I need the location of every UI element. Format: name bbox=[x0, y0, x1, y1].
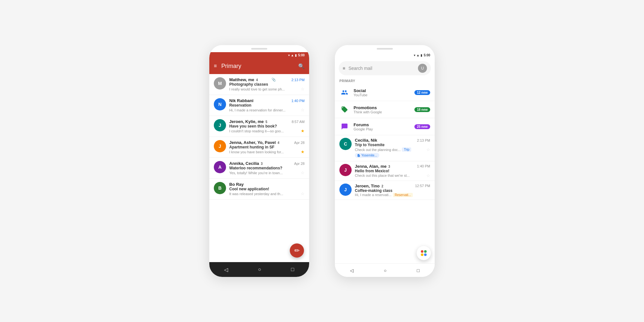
time-jenna-left: Apr 28 bbox=[294, 141, 305, 145]
promotions-info: Promotions Think with Google bbox=[354, 105, 411, 114]
preview-cecilia: Check out the planning doc... bbox=[355, 148, 401, 152]
attachment-icon-matthew: 📎 bbox=[271, 78, 276, 82]
preview-jeroen-left: I couldn't stop reading it—so goo... bbox=[229, 129, 284, 133]
preview-nik: Hi, I made a reservation for dinner... bbox=[229, 108, 286, 112]
back-button-left[interactable]: ◁ bbox=[224, 267, 228, 273]
section-label-primary: PRIMARY bbox=[335, 77, 435, 84]
signal-icon: ▲ bbox=[291, 53, 294, 57]
email-content-jenna-right: Jenna, Alan, me 3 1:40 PM Hello from Mex… bbox=[355, 164, 430, 178]
tag-trip: Trip bbox=[402, 147, 411, 152]
email-item-bo[interactable]: B Bo Ray Cool new application! It was re… bbox=[209, 179, 309, 200]
sender-jeroen-right: Jeroen, Tino 2 bbox=[355, 184, 383, 188]
subject-nik: Reservation bbox=[229, 103, 305, 108]
email-item-jenna-left[interactable]: J Jenna, Asher, Yo, Pavel 4 Apr 28 Apart… bbox=[209, 137, 309, 158]
sender-annika: Annika, Cecilia 3 bbox=[229, 161, 263, 166]
email-item-annika[interactable]: A Annika, Cecilia 3 Apr 28 Waterloo reco… bbox=[209, 158, 309, 179]
status-bar-left: ▾ ▲ ▮ 5:00 bbox=[209, 52, 309, 58]
compose-fab-left[interactable]: ✏ bbox=[290, 243, 304, 258]
email-content-jeroen-right: Jeroen, Tino 2 12:57 PM Coffee-making cl… bbox=[355, 184, 430, 197]
email-content-jenna-left: Jenna, Asher, Yo, Pavel 4 Apr 28 Apartme… bbox=[229, 140, 305, 154]
email-item-jeroen-right[interactable]: J Jeroen, Tino 2 12:57 PM Coffee-making … bbox=[335, 181, 435, 200]
star-jeroen-left[interactable]: ★ bbox=[301, 128, 305, 133]
avatar-cecilia: C bbox=[339, 138, 352, 150]
status-time-right: 5:00 bbox=[424, 53, 430, 57]
wifi-icon: ▾ bbox=[288, 53, 290, 57]
home-button-left[interactable]: ○ bbox=[258, 267, 261, 272]
avatar-nik: N bbox=[214, 98, 226, 110]
star-matthew[interactable]: ☆ bbox=[301, 87, 305, 91]
search-avatar[interactable]: U bbox=[418, 64, 427, 73]
recents-button-left[interactable]: □ bbox=[291, 267, 294, 272]
preview-annika: Yes, totally! While you're in town... bbox=[229, 171, 283, 175]
time-nik: 1:40 PM bbox=[291, 99, 305, 103]
sender-nik: Nik Rabbani bbox=[229, 98, 253, 103]
forums-icon bbox=[341, 123, 348, 130]
preview-matthew: I really would love to get some ph... bbox=[229, 87, 285, 91]
menu-icon-left[interactable]: ≡ bbox=[214, 63, 217, 69]
doc-chip-yosemite[interactable]: Yosemite... bbox=[355, 153, 379, 158]
search-menu-icon[interactable]: ≡ bbox=[343, 66, 345, 71]
social-icon bbox=[341, 89, 348, 96]
back-button-right[interactable]: ◁ bbox=[350, 268, 354, 273]
star-annika[interactable]: ☆ bbox=[301, 170, 305, 175]
speaker-left bbox=[251, 48, 267, 50]
bottom-nav-right: ◁ ○ □ bbox=[335, 263, 435, 277]
compose-fab-right[interactable] bbox=[417, 246, 431, 260]
category-forums[interactable]: Forums Google Play 25 new bbox=[335, 118, 435, 135]
search-placeholder[interactable]: Search mail bbox=[348, 66, 415, 71]
preview-jeroen-right: Hi, I made a reservati... bbox=[355, 193, 392, 197]
email-item-cecilia[interactable]: C Cecilia, Nik 2:13 PM Trip to Yosemite … bbox=[335, 135, 435, 161]
email-item-jeroen-left[interactable]: J Jeroen, Kylie, me 5 8:57 AM Have you s… bbox=[209, 116, 309, 137]
time-cecilia: 2:13 PM bbox=[417, 138, 430, 142]
time-jeroen-left: 8:57 AM bbox=[292, 120, 305, 124]
time-matthew: 2:13 PM bbox=[291, 78, 305, 82]
email-list-left: M Matthew, me 4 📎 2:13 PM Photography cl… bbox=[209, 74, 309, 200]
time-jeroen-right: 12:57 PM bbox=[415, 184, 430, 188]
subject-annika: Waterloo recommendations? bbox=[229, 166, 305, 170]
star-bo[interactable]: ☆ bbox=[301, 191, 305, 196]
fab-plus-icon bbox=[421, 250, 427, 256]
avatar-annika: A bbox=[214, 161, 226, 173]
star-nik[interactable]: ☆ bbox=[301, 108, 305, 112]
promotions-icon-wrapper bbox=[339, 104, 350, 115]
star-jenna-left[interactable]: ★ bbox=[301, 149, 305, 154]
battery-icon: ▮ bbox=[295, 53, 297, 57]
forums-sender: Google Play bbox=[354, 127, 411, 131]
email-item-jenna-right[interactable]: J Jenna, Alan, me 3 1:40 PM Hello from M… bbox=[335, 161, 435, 181]
promotions-badge: 18 new bbox=[414, 107, 430, 112]
sender-cecilia: Cecilia, Nik bbox=[355, 138, 377, 143]
avatar-jenna-right: J bbox=[339, 164, 352, 176]
email-item-matthew[interactable]: M Matthew, me 4 📎 2:13 PM Photography cl… bbox=[209, 74, 309, 95]
search-icon-left[interactable]: 🔍 bbox=[298, 63, 305, 69]
battery-icon-right: ▮ bbox=[421, 53, 422, 57]
home-button-right[interactable]: ○ bbox=[384, 268, 386, 273]
subject-jenna-right: Hello from Mexico! bbox=[355, 169, 430, 173]
email-item-nik[interactable]: N Nik Rabbani 1:40 PM Reservation Hi, I … bbox=[209, 95, 309, 116]
header-title-left: Primary bbox=[221, 63, 294, 70]
avatar-jeroen-left: J bbox=[214, 119, 226, 131]
search-bar-right[interactable]: ≡ Search mail U bbox=[339, 61, 431, 75]
email-content-cecilia: Cecilia, Nik 2:13 PM Trip to Yosemite Ch… bbox=[355, 138, 430, 158]
email-content-jeroen-left: Jeroen, Kylie, me 5 8:57 AM Have you see… bbox=[229, 119, 305, 133]
promotions-icon bbox=[341, 106, 348, 113]
phone-notch-right bbox=[335, 45, 435, 52]
subject-matthew: Photography classes bbox=[229, 82, 305, 87]
subject-cecilia: Trip to Yosemite bbox=[355, 143, 430, 147]
forums-name: Forums bbox=[354, 122, 411, 127]
recents-button-right[interactable]: □ bbox=[417, 268, 420, 273]
sender-matthew: Matthew, me 4 bbox=[229, 77, 258, 82]
category-social[interactable]: Social YouTube 12 new bbox=[335, 84, 435, 101]
avatar-matthew: M bbox=[214, 77, 226, 90]
star-jenna-right[interactable]: ☆ bbox=[426, 173, 430, 178]
left-phone: ▾ ▲ ▮ 5:00 ≡ Primary 🔍 M Matthew, me 4 📎… bbox=[209, 45, 309, 277]
avatar-jeroen-right: J bbox=[339, 184, 352, 196]
promotions-sender: Think with Google bbox=[354, 110, 411, 114]
category-promotions[interactable]: Promotions Think with Google 18 new bbox=[335, 101, 435, 118]
sender-jeroen-left: Jeroen, Kylie, me 5 bbox=[229, 119, 267, 124]
subject-jenna-left: Apartment hunting in SF bbox=[229, 145, 305, 149]
social-info: Social YouTube bbox=[354, 88, 411, 97]
forums-icon-wrapper bbox=[339, 121, 350, 132]
avatar-bo: B bbox=[214, 182, 226, 194]
avatar-jenna-left: J bbox=[214, 140, 226, 152]
star-cecilia[interactable]: ☆ bbox=[426, 147, 430, 152]
